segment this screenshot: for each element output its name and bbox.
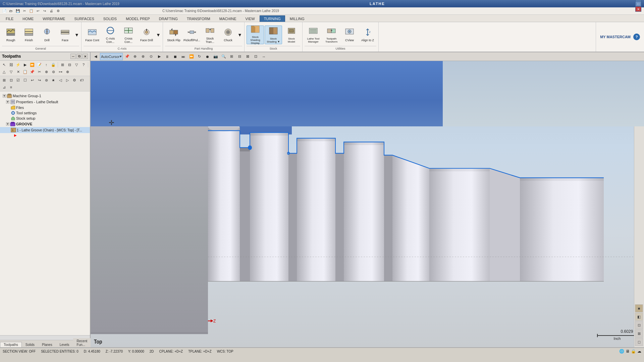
qa-new[interactable]: 📄: [1, 8, 7, 14]
tp-nav-left[interactable]: ◁: [57, 77, 64, 83]
rt-shade2[interactable]: ◧: [635, 313, 643, 321]
vp-btn8[interactable]: ⏭: [180, 53, 187, 60]
tp-undo[interactable]: ↩: [29, 77, 36, 83]
tp-help-button[interactable]: ?: [80, 61, 87, 68]
tab-wireframe[interactable]: WIREFRAME: [38, 15, 69, 22]
tree-item-tool-settings[interactable]: Tool settings: [0, 110, 90, 116]
ribbon-expand-caxis[interactable]: ▼: [156, 25, 161, 44]
rt-shade3[interactable]: ⊡: [635, 321, 643, 329]
tree-item-stock-setup[interactable]: Stock setup: [0, 116, 90, 121]
face-cont-button[interactable]: Face Cont: [84, 25, 101, 44]
rt-shade5[interactable]: ◻: [635, 338, 643, 346]
tp-check[interactable]: ☑: [15, 77, 21, 83]
tp-move-down[interactable]: ▽: [8, 68, 14, 75]
tp-view-mode[interactable]: ⊿: [1, 84, 7, 90]
vp-btn3[interactable]: ⊗: [140, 53, 147, 60]
tp-collapse-all[interactable]: ⊟: [66, 61, 73, 68]
tp-tag[interactable]: 🏷: [78, 77, 85, 83]
tab-milling[interactable]: MILLING: [285, 15, 309, 22]
panel-detach-button[interactable]: ⧉: [76, 54, 82, 59]
stock-model-button[interactable]: StockModel: [283, 25, 300, 44]
face-drill-button[interactable]: Face Drill: [138, 25, 155, 44]
finish-button[interactable]: Finish: [20, 25, 38, 44]
stock-shading2-button[interactable]: StockShading ▼: [265, 25, 282, 44]
tp-group[interactable]: ⊡: [8, 77, 14, 83]
tree-item-groove[interactable]: ▼ GROOVE: [0, 121, 90, 127]
vp-back-button[interactable]: ◀: [92, 53, 99, 60]
tree-item-properties[interactable]: ▼ Properties - Lathe Default: [0, 99, 90, 105]
stock-tran-button[interactable]: Stock Tran...: [201, 25, 219, 44]
rt-shade1[interactable]: ■: [635, 304, 643, 312]
tp-generate-button[interactable]: ⚡: [15, 61, 21, 68]
stock-flip-button[interactable]: Stock Flip: [165, 25, 182, 44]
tp-ops[interactable]: ≡: [8, 84, 14, 90]
qa-settings[interactable]: ⚙: [55, 8, 61, 14]
vp-btn13[interactable]: 🔍: [220, 53, 227, 60]
tp-verify-button[interactable]: ▶: [22, 61, 29, 68]
tab-home[interactable]: HOME: [18, 15, 38, 22]
vp-btn4[interactable]: ⊙: [148, 53, 155, 60]
tp-redo-op[interactable]: ↪: [36, 77, 43, 83]
vp-btn9[interactable]: ⏩: [188, 53, 195, 60]
vp-btn7[interactable]: ⏹: [172, 53, 179, 60]
vp-btn6[interactable]: ⏸: [164, 53, 171, 60]
vp-btn17[interactable]: ⊡: [252, 53, 260, 60]
tp-delete[interactable]: ✕: [15, 68, 21, 75]
vp-btn18[interactable]: ↔: [260, 53, 268, 60]
tree-item-files[interactable]: Files: [0, 105, 90, 110]
tab-solids[interactable]: SOLIDS: [99, 15, 121, 22]
tp-expand-all[interactable]: ⊞: [59, 61, 66, 68]
tab-transform[interactable]: TRANSFORM: [182, 15, 215, 22]
tp-select-button[interactable]: ↖: [1, 61, 7, 68]
tp-cut-op[interactable]: ✂: [36, 68, 43, 75]
tp-move-up[interactable]: △: [1, 68, 7, 75]
autocursor-button[interactable]: AutoCursor ▾: [100, 53, 123, 60]
tab-surfaces[interactable]: SURFACES: [70, 15, 98, 22]
vp-btn14[interactable]: ⊞: [228, 53, 235, 60]
tab-levels[interactable]: Levels: [56, 342, 73, 347]
tp-batch[interactable]: ⊞: [1, 77, 7, 83]
expander-groove[interactable]: ▼: [6, 122, 9, 126]
qa-save[interactable]: 💾: [15, 8, 21, 14]
chuck-button[interactable]: Chuck: [219, 25, 237, 44]
cview-button[interactable]: CView: [341, 25, 358, 44]
tab-file[interactable]: FILE: [1, 15, 18, 22]
tab-drafting[interactable]: DRAFTING: [155, 15, 182, 22]
face-button[interactable]: Face: [56, 25, 74, 44]
tp-compare[interactable]: ⊜: [50, 68, 57, 75]
my-mastercam-button[interactable]: MY MASTERCAM ?: [596, 22, 644, 52]
tp-extra[interactable]: ⊶: [57, 68, 64, 75]
tab-model-prep[interactable]: MODEL PREP: [121, 15, 154, 22]
tp-drill-op[interactable]: ⊚: [43, 77, 50, 83]
tp-add-op[interactable]: ⊕: [64, 68, 71, 75]
qa-open[interactable]: 🗁: [8, 8, 14, 14]
tp-copy[interactable]: 📋: [22, 68, 29, 75]
tab-toolpaths[interactable]: Toolpaths: [0, 342, 22, 347]
qa-print[interactable]: 🖨: [48, 8, 54, 14]
restore-button[interactable]: □: [635, 1, 641, 6]
help-icon[interactable]: ?: [633, 34, 640, 40]
tab-view[interactable]: VIEW: [241, 15, 259, 22]
pickoff-button[interactable]: Pickoff/Pul...: [183, 25, 201, 44]
tp-settings[interactable]: ⚙: [71, 77, 78, 83]
ribbon-expand-parthandling[interactable]: ▼: [237, 25, 242, 44]
qa-paste[interactable]: 📋: [28, 8, 34, 14]
ribbon-expand-general[interactable]: ▼: [74, 25, 79, 44]
tab-solids[interactable]: Solids: [22, 342, 38, 347]
monitor-icon[interactable]: 🖥: [626, 349, 630, 354]
vp-btn5[interactable]: ▶: [156, 53, 163, 60]
tp-transform-button[interactable]: Toolpath Transform: [323, 25, 340, 44]
lock-status-icon[interactable]: 🔒: [631, 349, 636, 354]
tp-uncheck[interactable]: ☐: [22, 77, 29, 83]
tab-machine[interactable]: MACHINE: [215, 15, 241, 22]
rt-shade4[interactable]: ⊠: [635, 329, 643, 338]
vp-btn16[interactable]: ⊠: [244, 53, 252, 60]
tab-planes[interactable]: Planes: [38, 342, 56, 347]
vp-btn15[interactable]: ⊟: [236, 53, 244, 60]
cloud-icon[interactable]: ☁: [637, 349, 641, 354]
panel-close-button[interactable]: ✕: [83, 54, 88, 59]
tp-post-button[interactable]: 📝: [36, 61, 43, 68]
cross-con-button[interactable]: Cross Con...: [120, 25, 137, 44]
tp-merge[interactable]: ⊕: [43, 68, 50, 75]
align-z-button[interactable]: Z Align to Z: [359, 25, 376, 44]
